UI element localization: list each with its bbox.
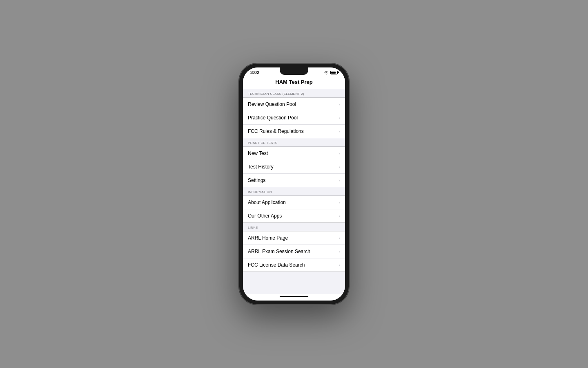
list-item-label-new-test: New Test bbox=[248, 150, 268, 156]
list-item-fcc-license-data-search[interactable]: FCC License Data Search› bbox=[243, 258, 345, 272]
section-technician-class: TECHNICIAN CLASS (ELEMENT 2)Review Quest… bbox=[243, 89, 345, 138]
section-items-links: ARRL Home Page›ARRL Exam Session Search›… bbox=[243, 231, 345, 272]
section-header-links: LINKS bbox=[243, 223, 345, 231]
section-links: LINKSARRL Home Page›ARRL Exam Session Se… bbox=[243, 223, 345, 272]
list-item-fcc-rules[interactable]: FCC Rules & Regulations› bbox=[243, 125, 345, 138]
list-item-label-arrl-exam-session-search: ARRL Exam Session Search bbox=[248, 249, 310, 254]
list-item-new-test[interactable]: New Test› bbox=[243, 147, 345, 160]
list-item-label-practice-question-pool: Practice Question Pool bbox=[248, 115, 298, 121]
list-item-label-review-question-pool: Review Question Pool bbox=[248, 101, 296, 107]
list-item-arrl-home-page[interactable]: ARRL Home Page› bbox=[243, 231, 345, 245]
section-items-technician-class: Review Question Pool›Practice Question P… bbox=[243, 97, 345, 138]
battery-icon bbox=[330, 71, 338, 74]
list-item-settings[interactable]: Settings› bbox=[243, 174, 345, 187]
phone-screen: 3:02 HAM Test Prep TECHNICIAN CLASS (ELE… bbox=[243, 67, 345, 301]
list-item-arrl-exam-session-search[interactable]: ARRL Exam Session Search› bbox=[243, 245, 345, 258]
chevron-icon-fcc-license-data-search: › bbox=[339, 263, 340, 267]
home-bar bbox=[280, 296, 308, 297]
list-item-label-arrl-home-page: ARRL Home Page bbox=[248, 235, 288, 241]
wifi-icon bbox=[324, 71, 329, 74]
phone-device: 3:02 HAM Test Prep TECHNICIAN CLASS (ELE… bbox=[239, 63, 349, 305]
chevron-icon-our-other-apps: › bbox=[339, 213, 340, 218]
list-item-label-fcc-license-data-search: FCC License Data Search bbox=[248, 262, 305, 268]
chevron-icon-fcc-rules: › bbox=[339, 129, 340, 134]
list-item-about-application[interactable]: About Application› bbox=[243, 196, 345, 209]
chevron-icon-settings: › bbox=[339, 178, 340, 183]
status-time: 3:02 bbox=[250, 70, 259, 75]
list-item-review-question-pool[interactable]: Review Question Pool› bbox=[243, 98, 345, 111]
list-item-test-history[interactable]: Test History› bbox=[243, 160, 345, 174]
list-item-label-our-other-apps: Our Other Apps bbox=[248, 213, 282, 219]
list-item-label-test-history: Test History bbox=[248, 164, 274, 170]
section-practice-tests: PRACTICE TESTSNew Test›Test History›Sett… bbox=[243, 138, 345, 187]
chevron-icon-new-test: › bbox=[339, 151, 340, 156]
chevron-icon-arrl-exam-session-search: › bbox=[339, 249, 340, 254]
list-item-practice-question-pool[interactable]: Practice Question Pool› bbox=[243, 111, 345, 125]
chevron-icon-about-application: › bbox=[339, 200, 340, 205]
chevron-icon-arrl-home-page: › bbox=[339, 236, 340, 240]
section-information: INFORMATIONAbout Application›Our Other A… bbox=[243, 187, 345, 223]
nav-bar: HAM Test Prep bbox=[243, 76, 345, 89]
battery-fill bbox=[331, 72, 336, 74]
content-area[interactable]: TECHNICIAN CLASS (ELEMENT 2)Review Quest… bbox=[243, 89, 345, 294]
chevron-icon-practice-question-pool: › bbox=[339, 115, 340, 120]
chevron-icon-test-history: › bbox=[339, 164, 340, 169]
nav-title: HAM Test Prep bbox=[275, 79, 313, 85]
status-icons bbox=[324, 71, 338, 74]
home-indicator bbox=[243, 294, 345, 301]
list-item-label-settings: Settings bbox=[248, 177, 265, 183]
section-items-practice-tests: New Test›Test History›Settings› bbox=[243, 146, 345, 187]
section-header-information: INFORMATION bbox=[243, 187, 345, 195]
chevron-icon-review-question-pool: › bbox=[339, 102, 340, 107]
section-items-information: About Application›Our Other Apps› bbox=[243, 195, 345, 223]
list-item-our-other-apps[interactable]: Our Other Apps› bbox=[243, 209, 345, 222]
section-header-practice-tests: PRACTICE TESTS bbox=[243, 138, 345, 146]
list-item-label-fcc-rules: FCC Rules & Regulations bbox=[248, 128, 304, 134]
list-item-label-about-application: About Application bbox=[248, 200, 286, 205]
phone-notch bbox=[280, 67, 308, 75]
section-header-technician-class: TECHNICIAN CLASS (ELEMENT 2) bbox=[243, 89, 345, 97]
